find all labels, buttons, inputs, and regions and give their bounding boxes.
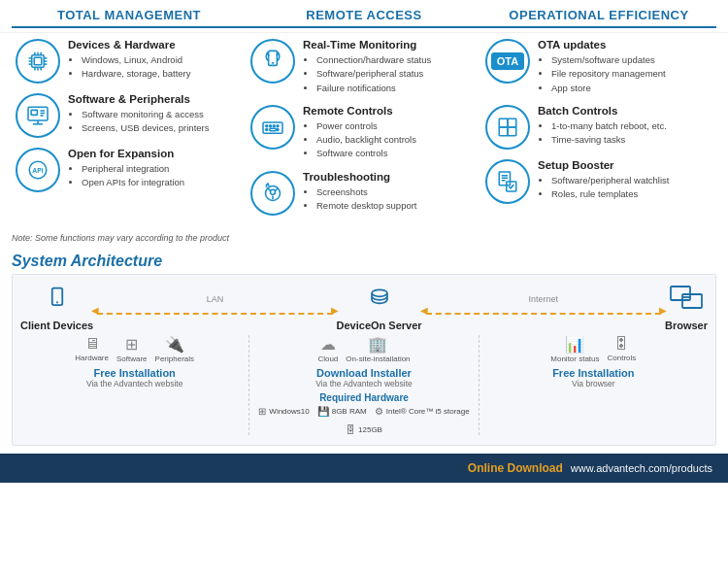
- controls-sub-icon: 🎛 Controls: [608, 335, 637, 363]
- tools-icon: [250, 171, 295, 216]
- feature-open-expansion-list: Peripheral integration Open APIs for int…: [68, 162, 184, 190]
- features-grid: Devices & Hardware Windows, Linux, Andro…: [0, 33, 728, 231]
- feature-realtime-monitoring: Real-Time Monitoring Connection/hardware…: [250, 39, 478, 95]
- feature-batch-controls-text: Batch Controls 1-to-many batch reboot, e…: [538, 105, 667, 148]
- hw-spec-storage: 🗄 125GB: [346, 424, 382, 435]
- feature-realtime-monitoring-list: Connection/hardware status Software/peri…: [303, 53, 431, 95]
- server-sub-icons: ☁ Cloud 🏢 On-site-installation: [317, 335, 410, 363]
- feature-software-peripherals-text: Software & Peripherals Software monitori…: [68, 93, 209, 136]
- feature-remote-controls-text: Remote Controls Power controls Audio, ba…: [303, 105, 416, 161]
- feature-remote-controls: Remote Controls Power controls Audio, ba…: [250, 105, 478, 161]
- feature-remote-controls-title: Remote Controls: [303, 105, 416, 117]
- features-col-operational: OTA OTA updates System/software updates …: [481, 39, 716, 225]
- hardware-sub-icon: 🖥 Hardware: [75, 335, 109, 363]
- svg-point-32: [277, 125, 279, 127]
- svg-point-33: [266, 128, 268, 130]
- features-col-remote: Real-Time Monitoring Connection/hardware…: [247, 39, 481, 225]
- svg-point-30: [270, 125, 272, 127]
- feature-software-peripherals-list: Software monitoring & access Screens, US…: [68, 108, 209, 136]
- feature-batch-controls-title: Batch Controls: [538, 105, 667, 117]
- features-note: Note: Some functions may vary according …: [0, 231, 728, 247]
- feature-troubleshooting: Troubleshooting Screenshots Remote deskt…: [250, 171, 478, 216]
- svg-rect-13: [34, 57, 42, 65]
- server-icon: [366, 285, 393, 318]
- browser-install-sub: Via browser: [572, 379, 615, 388]
- browser-icon: [669, 285, 704, 318]
- svg-rect-17: [31, 110, 37, 115]
- svg-point-37: [271, 189, 276, 194]
- section-headers: Total Management Remote Access Operation…: [0, 0, 728, 33]
- keyboard-icon: [250, 105, 295, 150]
- internet-arrow-line: [426, 306, 661, 321]
- internet-arrow: Internet: [422, 294, 665, 321]
- required-hardware-label: Required Hardware: [319, 392, 409, 403]
- phone-device-icon: [44, 285, 71, 318]
- server-install-label: Download Installer: [316, 367, 412, 379]
- checklist-icon: [485, 159, 530, 204]
- lan-arrow-line: [97, 306, 332, 321]
- feature-realtime-monitoring-title: Real-Time Monitoring: [303, 39, 431, 51]
- windows-icon: ⊞: [258, 406, 266, 417]
- api-icon: API: [16, 148, 60, 192]
- monitor-status-sub-icon: 📊 Monitor status: [550, 335, 599, 363]
- feature-software-peripherals: Software & Peripherals Software monitori…: [16, 93, 243, 138]
- feature-ota-updates: OTA OTA updates System/software updates …: [485, 39, 712, 95]
- client-bottom: 🖥 Hardware ⊞ Software 🔌 Peripherals Free…: [20, 335, 249, 435]
- footer-bar: Online Download www.advantech.com/produc…: [0, 454, 728, 483]
- arch-diagram: Client Devices LAN DeviceOn Server Inter…: [12, 274, 716, 446]
- cloud-sub-icon: ☁ Cloud: [317, 335, 338, 363]
- feature-setup-booster-list: Software/peripheral watchlist Roles, rul…: [538, 174, 669, 202]
- feature-open-expansion: API Open for Expansion Peripheral integr…: [16, 148, 243, 192]
- lan-label: LAN: [207, 294, 224, 304]
- feature-setup-booster-title: Setup Booster: [538, 159, 669, 171]
- svg-point-31: [273, 125, 275, 127]
- feature-software-peripherals-title: Software & Peripherals: [68, 93, 209, 105]
- hw-specs-list: ⊞ Windows10 💾 8GB RAM ⚙ Intel® Core™ i5 …: [253, 406, 474, 435]
- client-install-sub: Via the Advantech website: [86, 379, 183, 388]
- feature-open-expansion-text: Open for Expansion Peripheral integratio…: [68, 148, 184, 190]
- col-header-remote: Remote Access: [247, 8, 481, 28]
- arch-nodes-row: Client Devices LAN DeviceOn Server Inter…: [20, 285, 708, 331]
- client-sub-icons: 🖥 Hardware ⊞ Software 🔌 Peripherals: [75, 335, 194, 363]
- feature-devices-hardware: Devices & Hardware Windows, Linux, Andro…: [16, 39, 243, 84]
- peripherals-sub-icon: 🔌 Peripherals: [155, 335, 194, 363]
- feature-devices-hardware-text: Devices & Hardware Windows, Linux, Andro…: [68, 39, 190, 82]
- lan-arrow: LAN: [93, 294, 336, 321]
- svg-rect-39: [508, 118, 516, 127]
- feature-troubleshooting-title: Troubleshooting: [303, 171, 417, 183]
- feature-setup-booster-text: Setup Booster Software/peripheral watchl…: [538, 159, 669, 202]
- svg-rect-41: [508, 127, 516, 136]
- server-install-sub: Via the Advantech website: [315, 379, 413, 388]
- features-col-total: Devices & Hardware Windows, Linux, Andro…: [12, 39, 247, 225]
- ram-icon: 💾: [317, 406, 329, 417]
- feature-open-expansion-title: Open for Expansion: [68, 148, 184, 159]
- onsite-sub-icon: 🏢 On-site-installation: [346, 335, 410, 363]
- browser-sub-icons: 📊 Monitor status 🎛 Controls: [550, 335, 636, 363]
- system-architecture-title: System Architecture: [0, 247, 728, 274]
- browser-bottom: 📊 Monitor status 🎛 Controls Free Install…: [480, 335, 708, 435]
- chip-icon: [16, 39, 60, 84]
- svg-text:API: API: [32, 167, 44, 174]
- footer-url: www.advantech.com/products: [571, 462, 712, 474]
- col-header-total: Total Management: [12, 8, 247, 28]
- feature-batch-controls: Batch Controls 1-to-many batch reboot, e…: [485, 105, 712, 150]
- client-node: Client Devices: [20, 285, 93, 331]
- internet-label: Internet: [529, 294, 559, 304]
- client-node-label: Client Devices: [20, 320, 93, 331]
- browser-node: Browser: [665, 285, 708, 331]
- feature-ota-updates-title: OTA updates: [538, 39, 666, 51]
- svg-rect-38: [499, 118, 508, 127]
- server-node: DeviceOn Server: [337, 285, 422, 331]
- arch-bottom-row: 🖥 Hardware ⊞ Software 🔌 Peripherals Free…: [20, 335, 708, 435]
- footer-label: Online Download: [468, 461, 563, 475]
- feature-remote-controls-list: Power controls Audio, backlight controls…: [303, 119, 416, 161]
- monitor-icon: [16, 93, 60, 138]
- col-header-operational: Operational Efficiency: [481, 8, 716, 28]
- svg-rect-34: [270, 128, 276, 131]
- feature-devices-hardware-title: Devices & Hardware: [68, 39, 190, 51]
- server-bottom: ☁ Cloud 🏢 On-site-installation Download …: [249, 335, 479, 435]
- hw-spec-windows: ⊞ Windows10: [258, 406, 309, 417]
- svg-point-49: [372, 289, 387, 296]
- server-node-label: DeviceOn Server: [337, 320, 422, 331]
- hw-spec-ram: 💾 8GB RAM: [317, 406, 367, 417]
